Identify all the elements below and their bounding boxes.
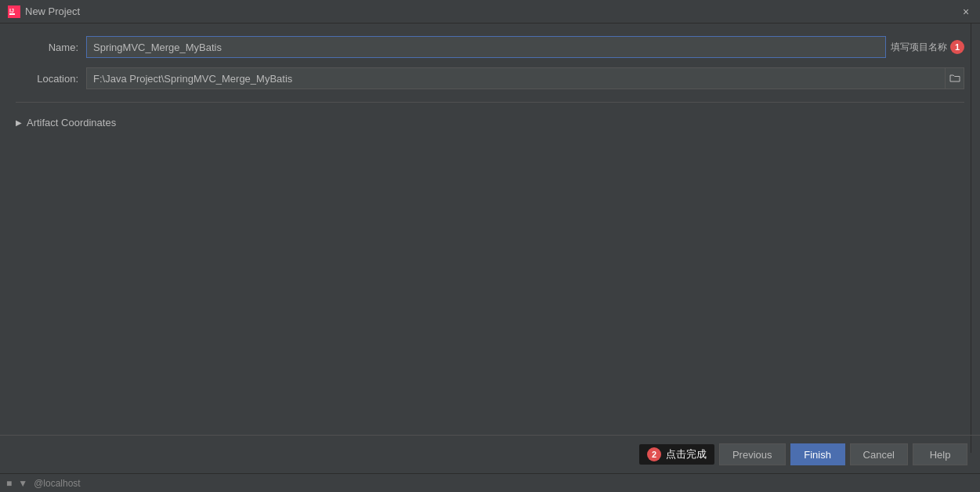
annotation1-text: 填写项目名称: [891, 41, 947, 54]
bottom-icon1: ■: [6, 478, 12, 489]
annotation1-badge: 1: [950, 40, 964, 54]
dialog-footer: 2 点击完成 Previous Finish Cancel Help: [0, 435, 980, 473]
location-input-wrapper: [86, 67, 964, 89]
svg-rect-1: [9, 13, 15, 15]
annotation2-badge: 2: [647, 447, 661, 461]
name-label: Name:: [16, 42, 78, 53]
tooltip-text: 点击完成: [666, 447, 707, 461]
scrollbar[interactable]: [971, 24, 980, 453]
finish-button[interactable]: Finish: [790, 443, 845, 465]
dialog-title: New Project: [25, 5, 80, 17]
app-icon: IJ: [8, 5, 20, 18]
location-label: Location:: [16, 73, 78, 85]
bottom-icon2: ▼: [18, 478, 27, 489]
title-bar-left: IJ New Project: [8, 5, 80, 18]
cancel-button[interactable]: Cancel: [850, 443, 908, 465]
name-input[interactable]: [86, 36, 886, 58]
tooltip-box: 2 点击完成: [639, 444, 714, 465]
folder-button[interactable]: [945, 68, 964, 89]
help-button[interactable]: Help: [913, 443, 967, 465]
title-bar: IJ New Project ×: [0, 0, 980, 24]
close-button[interactable]: ×: [960, 5, 972, 18]
artifact-label: Artifact Coordinates: [27, 117, 116, 128]
svg-text:IJ: IJ: [9, 8, 14, 13]
name-input-wrapper: 填写项目名称 1: [86, 36, 964, 58]
chevron-icon: ▶: [16, 118, 22, 127]
dialog-content: Name: 填写项目名称 1 Location:: [0, 24, 980, 435]
artifact-section[interactable]: ▶ Artifact Coordinates: [16, 115, 964, 130]
location-input[interactable]: [87, 70, 945, 88]
separator: [16, 102, 964, 103]
previous-button[interactable]: Previous: [719, 443, 786, 465]
location-row: Location:: [16, 67, 964, 89]
tooltip-wrapper: 2 点击完成: [639, 444, 714, 465]
bottom-bar: ■ ▼ @localhost: [0, 473, 980, 492]
new-project-dialog: IJ New Project × Name: 填写项目名称 1 Location…: [0, 0, 980, 492]
bottom-host: @localhost: [34, 478, 81, 489]
name-row: Name: 填写项目名称 1: [16, 36, 964, 58]
name-annotation: 填写项目名称 1: [891, 40, 964, 54]
